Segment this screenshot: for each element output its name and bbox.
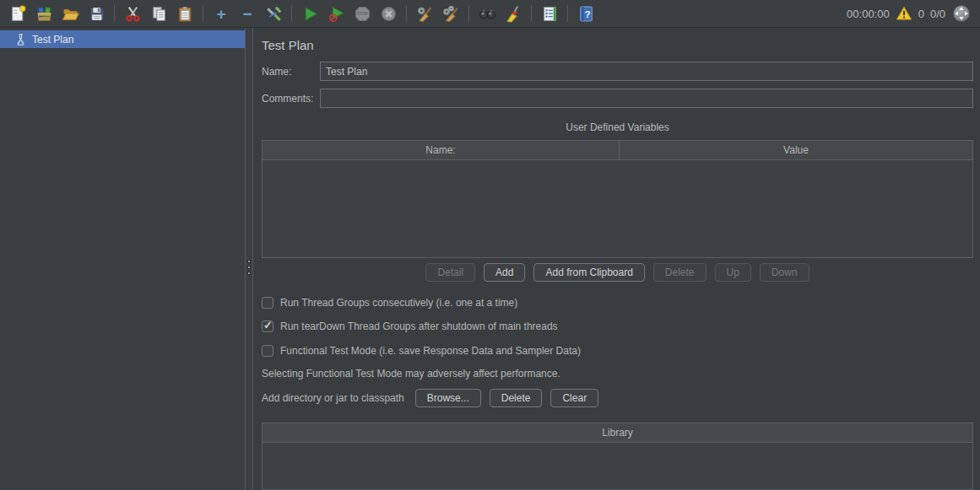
jmeter-window: + − STOP bbox=[0, 0, 980, 490]
svg-text:STOP: STOP bbox=[356, 12, 368, 16]
library-column-header: Library bbox=[263, 423, 972, 442]
name-input[interactable] bbox=[320, 62, 973, 81]
library-table-header: Library bbox=[263, 423, 972, 443]
splitter-grip bbox=[247, 260, 251, 263]
udv-table: Name: Value bbox=[262, 140, 973, 258]
toolbar: + − STOP bbox=[0, 0, 980, 28]
function-helper-icon[interactable] bbox=[539, 3, 560, 24]
teardown-checkbox[interactable] bbox=[262, 320, 273, 332]
clear-classpath-button[interactable]: Clear bbox=[550, 389, 598, 407]
toggle-icon[interactable] bbox=[263, 3, 284, 24]
comments-label: Comments: bbox=[262, 93, 320, 105]
status-area: 00:00:00 0 0/0 bbox=[847, 3, 973, 24]
run-consecutively-option: Run Thread Groups consecutively (i.e. on… bbox=[262, 296, 973, 308]
splitter-grip bbox=[247, 266, 251, 269]
help-icon[interactable]: ? bbox=[575, 3, 597, 24]
paste-icon[interactable] bbox=[174, 3, 196, 24]
start-no-pauses-icon[interactable] bbox=[325, 3, 347, 24]
classpath-row: Add directory or jar to classpath Browse… bbox=[262, 389, 973, 408]
udv-column-value: Value bbox=[620, 141, 972, 159]
toolbar-separator bbox=[468, 5, 469, 22]
delete-variable-button[interactable]: Delete bbox=[653, 263, 707, 282]
toolbar-separator bbox=[203, 5, 203, 22]
thread-count: 0/0 bbox=[930, 8, 945, 20]
udv-button-row: Detail Add Add from Clipboard Delete Up … bbox=[262, 263, 973, 282]
run-consecutively-label: Run Thread Groups consecutively (i.e. on… bbox=[280, 297, 517, 309]
shutdown-icon[interactable] bbox=[377, 3, 399, 24]
comments-input[interactable] bbox=[320, 89, 973, 108]
down-button[interactable]: Down bbox=[760, 263, 809, 282]
toolbar-separator bbox=[406, 5, 407, 22]
browse-button[interactable]: Browse... bbox=[415, 389, 481, 407]
cut-icon[interactable] bbox=[122, 3, 143, 24]
test-plan-tree: Test Plan bbox=[0, 28, 245, 490]
split-pane-divider[interactable] bbox=[245, 28, 253, 490]
udv-title: User Defined Variables bbox=[262, 121, 973, 133]
remote-sphere-icon bbox=[951, 3, 972, 24]
expand-icon[interactable]: + bbox=[210, 3, 232, 24]
functional-mode-note: Selecting Functional Test Mode may adver… bbox=[262, 368, 973, 380]
test-plan-flask-icon bbox=[14, 33, 27, 46]
new-icon[interactable] bbox=[7, 3, 29, 24]
udv-table-body[interactable] bbox=[263, 160, 972, 257]
library-table: Library bbox=[262, 423, 973, 490]
clear-search-icon[interactable] bbox=[502, 3, 524, 24]
clear-all-icon[interactable] bbox=[440, 3, 462, 24]
toolbar-separator bbox=[114, 5, 115, 22]
classpath-label: Add directory or jar to classpath bbox=[262, 392, 404, 404]
copy-icon[interactable] bbox=[148, 3, 170, 24]
test-timer: 00:00:00 bbox=[847, 8, 890, 20]
detail-button[interactable]: Detail bbox=[425, 263, 475, 282]
stop-icon[interactable]: STOP bbox=[351, 3, 373, 24]
clear-icon[interactable] bbox=[414, 3, 436, 24]
warning-icon[interactable] bbox=[896, 5, 912, 22]
name-label: Name: bbox=[262, 66, 320, 78]
toolbar-separator bbox=[567, 5, 568, 22]
functional-mode-option: Functional Test Mode (i.e. save Response… bbox=[262, 344, 973, 356]
collapse-icon[interactable]: − bbox=[236, 3, 258, 24]
teardown-option: Run tearDown Thread Groups after shutdow… bbox=[262, 320, 973, 332]
up-button[interactable]: Up bbox=[715, 263, 751, 282]
functional-mode-checkbox[interactable] bbox=[262, 345, 273, 357]
test-plan-panel: Test Plan Name: Comments: User Defined V… bbox=[253, 28, 980, 490]
toolbar-separator bbox=[531, 5, 532, 22]
page-title: Test Plan bbox=[262, 38, 973, 52]
functional-mode-label: Functional Test Mode (i.e. save Response… bbox=[280, 345, 581, 357]
teardown-label: Run tearDown Thread Groups after shutdow… bbox=[280, 320, 558, 332]
save-icon[interactable] bbox=[85, 3, 107, 24]
delete-classpath-button[interactable]: Delete bbox=[490, 389, 543, 407]
add-from-clipboard-button[interactable]: Add from Clipboard bbox=[533, 263, 644, 282]
tree-item-test-plan[interactable]: Test Plan bbox=[0, 30, 245, 48]
run-consecutively-checkbox[interactable] bbox=[262, 297, 273, 309]
open-icon[interactable] bbox=[59, 3, 81, 24]
udv-table-header: Name: Value bbox=[263, 141, 972, 160]
start-icon[interactable] bbox=[299, 3, 321, 24]
splitter-grip bbox=[247, 272, 251, 275]
toolbar-separator bbox=[291, 5, 292, 22]
error-count[interactable]: 0 bbox=[918, 8, 924, 20]
templates-icon[interactable] bbox=[33, 3, 55, 24]
search-icon[interactable] bbox=[476, 3, 498, 24]
svg-text:?: ? bbox=[584, 9, 590, 19]
add-button[interactable]: Add bbox=[484, 263, 525, 282]
tree-item-label: Test Plan bbox=[32, 34, 73, 46]
udv-column-name: Name: bbox=[263, 141, 620, 159]
library-table-body[interactable] bbox=[263, 443, 972, 489]
